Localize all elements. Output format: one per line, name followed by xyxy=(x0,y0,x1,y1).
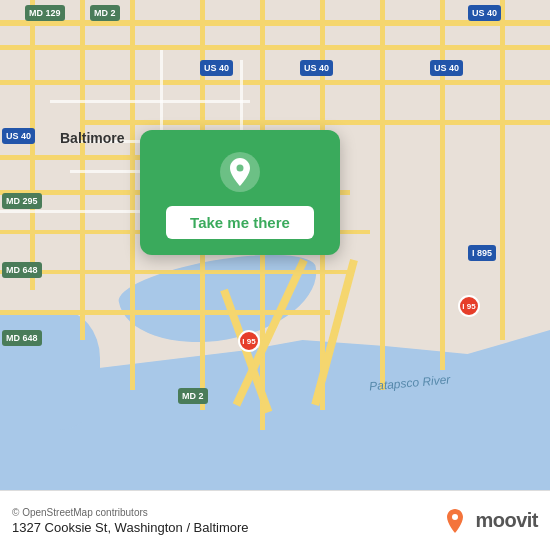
road-v3 xyxy=(130,0,135,390)
shield-us40-top2: US 40 xyxy=(300,60,333,76)
location-pin-icon xyxy=(218,150,262,194)
address-section: © OpenStreetMap contributors 1327 Cooksi… xyxy=(12,507,249,535)
road-v8 xyxy=(440,0,445,370)
copyright-text: © OpenStreetMap contributors xyxy=(12,507,249,518)
road-v7 xyxy=(380,0,385,390)
shield-md2-top: MD 2 xyxy=(90,5,120,21)
road-v9 xyxy=(500,0,505,340)
moovit-logo: moovit xyxy=(441,507,538,535)
shield-us40-right: US 40 xyxy=(468,5,501,21)
map-container: Baltimore Patapsco River MD 129 MD 2 US … xyxy=(0,0,550,490)
take-me-there-button[interactable]: Take me there xyxy=(166,206,314,239)
minor-road-1 xyxy=(50,100,250,103)
shield-md2-bot: MD 2 xyxy=(178,388,208,404)
shield-us40-top1: US 40 xyxy=(200,60,233,76)
interstate-i95-right: I 95 xyxy=(458,295,480,317)
address-text: 1327 Cooksie St, Washington / Baltimore xyxy=(12,520,249,535)
shield-us40-top3: US 40 xyxy=(430,60,463,76)
road-v1 xyxy=(30,0,35,290)
navigation-popup: Take me there xyxy=(140,130,340,255)
interstate-i95-mid: I 95 xyxy=(238,330,260,352)
bottom-bar: © OpenStreetMap contributors 1327 Cooksi… xyxy=(0,490,550,550)
shield-md648-1: MD 648 xyxy=(2,262,42,278)
moovit-pin-icon xyxy=(441,507,469,535)
shield-md648-2: MD 648 xyxy=(2,330,42,346)
shield-us40-left: US 40 xyxy=(2,128,35,144)
water-left xyxy=(0,310,100,430)
shield-md129: MD 129 xyxy=(25,5,65,21)
shield-i895: I 895 xyxy=(468,245,496,261)
moovit-brand-text: moovit xyxy=(475,509,538,532)
shield-md295: MD 295 xyxy=(2,193,42,209)
city-label: Baltimore xyxy=(60,130,125,146)
road-h4 xyxy=(80,120,550,125)
